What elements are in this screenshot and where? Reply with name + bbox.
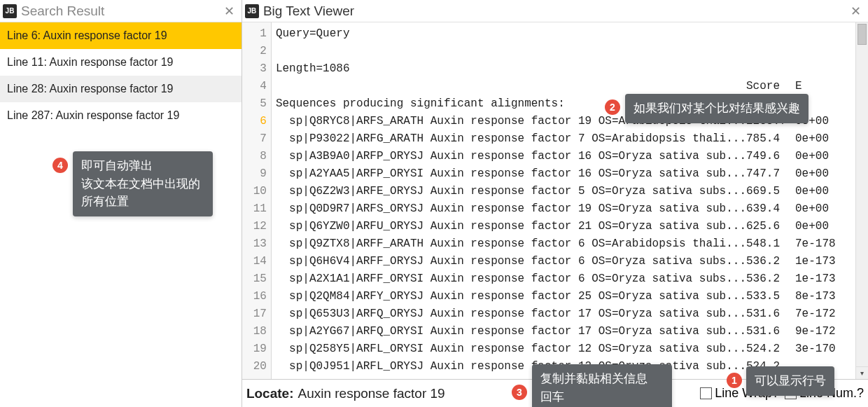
line-number: 3 (242, 60, 267, 78)
annotation-text: 所有位置 (81, 193, 204, 211)
line-number: 9 (242, 165, 267, 183)
text-line: sp|P93022|ARFG_ARATH Auxin response fact… (276, 130, 851, 148)
search-result-item[interactable]: Line 287: Auxin response factor 19 (0, 102, 241, 129)
line-number: 16 (242, 288, 267, 305)
text-line (276, 43, 851, 60)
line-number: 1 (242, 25, 267, 43)
annotation-text: 复制并黏贴相关信息 (540, 370, 664, 388)
text-line: sp|A2YG67|ARFQ_ORYSI Auxin response fact… (276, 323, 851, 340)
line-number: 5 (242, 95, 267, 113)
line-number-gutter: 1234567891011121314151617181920 (242, 22, 272, 379)
line-number: 14 (242, 253, 267, 270)
text-line: sp|Q6H6V4|ARFF_ORYSJ Auxin response fact… (276, 253, 851, 270)
close-icon[interactable]: ✕ (221, 4, 237, 19)
text-line: Query=Query (276, 25, 851, 43)
search-result-title: Search Result (21, 4, 104, 19)
search-result-item[interactable]: Line 11: Auxin response factor 19 (0, 49, 241, 76)
annotation-tip-3: 复制并黏贴相关信息 回车 (532, 364, 672, 407)
text-line: sp|A2X1A1|ARFF_ORYSI Auxin response fact… (276, 270, 851, 288)
annotation-tip-1: 可以显示行号 (746, 366, 834, 396)
annotation-badge-2: 2 (605, 99, 620, 115)
search-result-item[interactable]: Line 28: Auxin response factor 19 (0, 76, 241, 102)
text-line: sp|Q258Y5|ARFL_ORYSI Auxin response fact… (276, 340, 851, 358)
annotation-text: 回车 (540, 388, 664, 406)
line-number: 18 (242, 323, 267, 340)
big-text-viewer-panel: JB Big Text Viewer ✕ 1234567891011121314… (242, 0, 868, 407)
line-number: 15 (242, 270, 267, 288)
text-line: Length=1086 (276, 60, 851, 78)
scrollbar-down-arrow[interactable]: ▾ (856, 366, 868, 379)
text-line: sp|Q2QM84|ARFY_ORYSJ Auxin response fact… (276, 288, 851, 305)
checkbox-box (700, 387, 712, 399)
line-number: 11 (242, 200, 267, 218)
annotation-badge-4: 4 (52, 158, 68, 173)
line-number: 6 (242, 113, 267, 130)
line-number: 17 (242, 305, 267, 323)
line-number: 4 (242, 78, 267, 95)
line-number: 12 (242, 218, 267, 235)
scrollbar-thumb[interactable] (858, 24, 867, 45)
text-line: sp|Q653U3|ARFQ_ORYSJ Auxin response fact… (276, 305, 851, 323)
close-icon[interactable]: ✕ (848, 4, 864, 19)
line-number: 13 (242, 235, 267, 253)
search-results-list: Line 6: Auxin response factor 19Line 11:… (0, 22, 241, 129)
vertical-scrollbar[interactable]: ▾ (855, 22, 868, 379)
right-titlebar: JB Big Text Viewer ✕ (242, 0, 868, 22)
line-number: 10 (242, 183, 267, 200)
annotation-badge-3: 3 (512, 385, 527, 400)
text-line: sp|A3B9A0|ARFP_ORYSJ Auxin response fact… (276, 148, 851, 165)
text-line: sp|Q9ZTX8|ARFF_ARATH Auxin response fact… (276, 235, 851, 253)
line-number: 8 (242, 148, 267, 165)
jb-logo-icon: JB (3, 4, 17, 18)
jb-logo-icon: JB (245, 4, 259, 18)
annotation-tip-4: 即可自动弹出 该文本在文档中出现的 所有位置 (73, 151, 213, 216)
text-viewer-content[interactable]: Query=QueryLength=1086 ScoreESequences p… (272, 22, 855, 379)
annotation-tip-2: 如果我们对某个比对结果感兴趣 (625, 94, 808, 123)
annotation-text: 即可自动弹出 (81, 157, 204, 175)
text-line: sp|Q0D9R7|ARFS_ORYSJ Auxin response fact… (276, 200, 851, 218)
text-line: sp|Q6YZW0|ARFU_ORYSJ Auxin response fact… (276, 218, 851, 235)
left-titlebar: JB Search Result ✕ (0, 0, 241, 22)
line-number: 20 (242, 358, 267, 375)
text-line: ScoreE (276, 78, 851, 95)
annotation-badge-1: 1 (727, 373, 742, 388)
locate-label: Locate: (246, 386, 294, 401)
text-line: sp|Q6Z2W3|ARFE_ORYSJ Auxin response fact… (276, 183, 851, 200)
text-line: sp|A2YAA5|ARFP_ORYSI Auxin response fact… (276, 165, 851, 183)
search-result-item[interactable]: Line 6: Auxin response factor 19 (0, 22, 241, 49)
line-number: 19 (242, 340, 267, 358)
line-number: 7 (242, 130, 267, 148)
annotation-text: 该文本在文档中出现的 (81, 175, 204, 193)
viewer-title: Big Text Viewer (263, 4, 354, 19)
line-number: 2 (242, 43, 267, 60)
